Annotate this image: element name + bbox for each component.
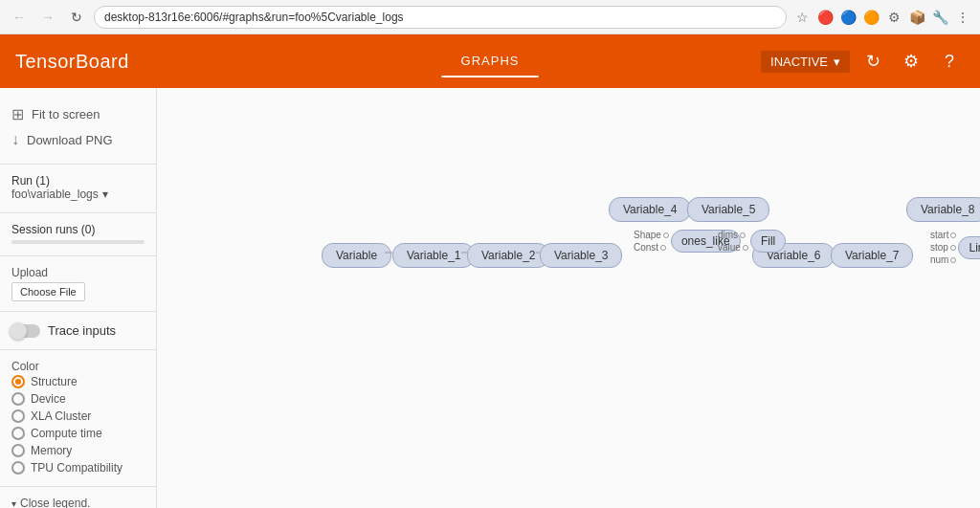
- radio-xla: [11, 409, 25, 423]
- refresh-app-button[interactable]: ↻: [858, 46, 888, 77]
- fit-to-screen-button[interactable]: ⊞ Fit to screen: [11, 101, 145, 127]
- shape-port: Shape: [634, 230, 669, 240]
- graph-connections: [157, 88, 980, 508]
- divider-2: [0, 212, 156, 213]
- choose-file-button[interactable]: Choose File: [11, 282, 85, 301]
- close-legend-button[interactable]: ▾ Close legend.: [11, 497, 145, 508]
- stop-port: stop: [930, 242, 956, 253]
- node-variable-3[interactable]: Variable_3: [540, 243, 622, 268]
- radio-compute: [11, 427, 25, 440]
- dropdown-arrow-icon: ▾: [834, 55, 840, 69]
- inactive-dropdown[interactable]: INACTIVE ▾: [761, 51, 850, 73]
- node-variable-4[interactable]: Variable_4: [609, 197, 691, 222]
- color-option-device[interactable]: Device: [11, 390, 145, 408]
- session-section: Session runs (0): [0, 219, 156, 250]
- color-option-memory[interactable]: Memory: [11, 442, 145, 459]
- divider-3: [0, 255, 156, 256]
- extension-icon-5[interactable]: 📦: [907, 8, 926, 27]
- divider-5: [0, 349, 156, 350]
- main-layout: ⊞ Fit to screen ↓ Download PNG Run (1) f…: [0, 88, 980, 508]
- linspace-node[interactable]: LinSpace: [958, 236, 980, 259]
- value-port: value: [718, 242, 748, 253]
- const-dot: [660, 245, 666, 251]
- linspace-group: start stop num LinSpace: [930, 230, 980, 265]
- session-bar: [11, 240, 145, 244]
- session-title: Session runs (0): [11, 223, 145, 236]
- node-variable[interactable]: Variable: [322, 243, 391, 268]
- upload-title: Upload: [11, 266, 145, 279]
- back-button[interactable]: ←: [8, 6, 31, 29]
- node-variable-2[interactable]: Variable_2: [467, 243, 549, 268]
- upload-section: Upload Choose File: [0, 262, 156, 305]
- download-png-button[interactable]: ↓ Download PNG: [11, 127, 145, 152]
- caret-icon: ▾: [11, 498, 16, 509]
- dims-port: dims: [718, 230, 748, 240]
- color-option-xla[interactable]: XLA Cluster: [11, 408, 145, 425]
- top-bar: TensorBoard GRAPHS INACTIVE ▾ ↻ ⚙ ?: [0, 34, 980, 88]
- node-variable-1[interactable]: Variable_1: [392, 243, 475, 268]
- color-option-compute[interactable]: Compute time: [11, 425, 145, 442]
- trace-inputs-label: Trace inputs: [48, 323, 116, 338]
- linspace-ports-left: start stop num: [930, 230, 956, 265]
- value-dot: [743, 245, 748, 251]
- extension-icon-1[interactable]: 🔴: [815, 8, 835, 27]
- star-icon[interactable]: ☆: [792, 8, 812, 27]
- forward-button[interactable]: →: [36, 6, 59, 29]
- run-value: foo\variable_logs: [11, 188, 99, 201]
- radio-structure: [11, 375, 25, 388]
- node-variable-5[interactable]: Variable_5: [687, 197, 769, 222]
- refresh-button[interactable]: ↻: [65, 6, 88, 29]
- extension-icon-6[interactable]: 🔧: [930, 8, 949, 27]
- inactive-label: INACTIVE: [770, 55, 828, 69]
- node-variable-8[interactable]: Variable_8: [906, 197, 980, 222]
- settings-button[interactable]: ⚙: [896, 46, 926, 77]
- extension-icon-4[interactable]: ⚙: [884, 8, 903, 27]
- fill-group: dims value Fill: [718, 230, 786, 253]
- trace-inputs-toggle[interactable]: [11, 324, 40, 338]
- start-port-lin: start: [930, 230, 956, 240]
- divider-4: [0, 311, 156, 312]
- trace-row: Trace inputs: [0, 318, 156, 343]
- color-section: Color Structure Device XLA Cluster Compu…: [0, 356, 156, 480]
- radio-inner: [15, 379, 21, 385]
- extension-icon-2[interactable]: 🔵: [838, 8, 858, 27]
- color-option-structure[interactable]: Structure: [11, 373, 145, 390]
- fill-node[interactable]: Fill: [750, 230, 786, 253]
- radio-memory: [11, 444, 25, 457]
- radio-device: [11, 392, 25, 406]
- const-port: Const: [634, 242, 669, 253]
- color-title: Color: [11, 360, 145, 373]
- sidebar: ⊞ Fit to screen ↓ Download PNG Run (1) f…: [0, 88, 157, 508]
- download-icon: ↓: [11, 131, 19, 148]
- close-legend-label: Close legend.: [20, 497, 90, 508]
- fit-screen-icon: ⊞: [11, 105, 24, 123]
- address-icons: ☆ 🔴 🔵 🟠 ⚙ 📦 🔧 ⋮: [792, 8, 972, 27]
- node-variable-7[interactable]: Variable_7: [831, 243, 913, 268]
- divider-1: [0, 164, 156, 165]
- fit-to-screen-label: Fit to screen: [32, 107, 100, 121]
- run-title: Run (1): [11, 174, 145, 188]
- num-dot: [950, 257, 956, 263]
- tab-graphs[interactable]: GRAPHS: [442, 46, 539, 77]
- divider-6: [0, 486, 156, 487]
- legend-section: ▾ Close legend. Graph (* = expandable) N…: [0, 493, 156, 508]
- extension-icon-3[interactable]: 🟠: [861, 8, 880, 27]
- toggle-knob: [10, 322, 27, 340]
- app-title: TensorBoard: [15, 51, 129, 73]
- shape-dot: [663, 232, 669, 238]
- run-select[interactable]: foo\variable_logs ▾: [11, 188, 145, 201]
- stop-dot: [950, 245, 956, 251]
- url-bar[interactable]: desktop-813r16e:6006/#graphs&run=foo%5Cv…: [94, 6, 787, 29]
- run-section: Run (1) foo\variable_logs ▾: [0, 170, 156, 207]
- help-button[interactable]: ?: [934, 46, 965, 77]
- dims-dot: [740, 232, 746, 238]
- top-bar-right: INACTIVE ▾ ↻ ⚙ ?: [761, 46, 965, 77]
- start-dot-lin: [950, 232, 956, 238]
- fill-ports-left: dims value: [718, 230, 748, 253]
- menu-icon[interactable]: ⋮: [953, 8, 972, 27]
- color-option-tpu[interactable]: TPU Compatibility: [11, 459, 145, 476]
- url-text: desktop-813r16e:6006/#graphs&run=foo%5Cv…: [104, 11, 404, 24]
- fit-download-section: ⊞ Fit to screen ↓ Download PNG: [0, 96, 156, 158]
- ones-like-ports-left: Shape Const: [634, 230, 669, 253]
- graph-canvas[interactable]: Variable Variable_1 Variable_2 Variable_…: [157, 88, 980, 508]
